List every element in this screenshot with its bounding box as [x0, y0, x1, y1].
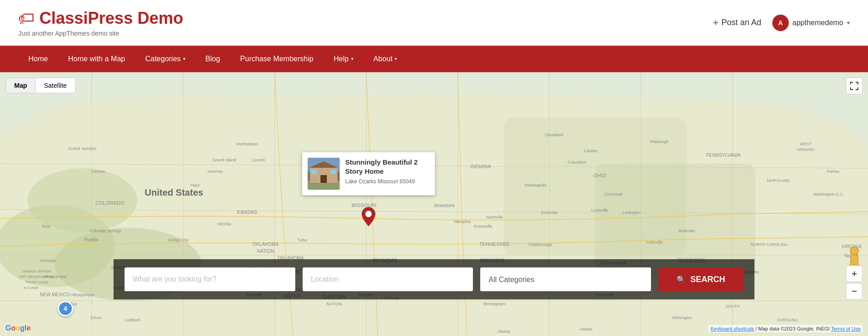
svg-text:Indianapolis: Indianapolis [525, 183, 547, 187]
nav-link-about[interactable]: About ▾ [363, 46, 407, 72]
svg-text:Wichita: Wichita [217, 222, 231, 226]
svg-text:KANSAS: KANSAS [237, 209, 258, 215]
site-logo-icon: 🏷 [18, 9, 35, 28]
cluster-marker[interactable]: 4 [58, 301, 73, 316]
svg-text:OHIO: OHIO [593, 173, 607, 178]
help-chevron-icon: ▾ [351, 46, 353, 72]
svg-text:Atlanta: Atlanta [580, 327, 592, 331]
svg-text:United States: United States [145, 187, 203, 197]
site-branding: 🏷 ClassiPress Demo Just another AppTheme… [18, 9, 183, 37]
svg-text:Lubbock: Lubbock [125, 318, 141, 322]
post-ad-button[interactable]: + Post an Ad [713, 17, 761, 29]
svg-text:Canton: Canton [584, 149, 597, 153]
svg-text:COLORADO: COLORADO [96, 200, 125, 206]
map-info-popup[interactable]: Stunningly Beautiful 2 Story Home Lake O… [302, 152, 435, 195]
nav-item-help: Help ▾ [324, 46, 363, 72]
about-chevron-icon: ▾ [395, 46, 397, 72]
svg-text:Jonesboro: Jonesboro [434, 203, 455, 208]
svg-point-114 [850, 247, 858, 255]
map-data-text: Map data ©2023 Google, INEGI [758, 326, 830, 331]
svg-text:Roanoke: Roanoke [678, 229, 695, 233]
fullscreen-icon [850, 82, 858, 90]
header-right: + Post an Ad A appthemedemo ▾ [713, 15, 850, 31]
svg-text:Clovis: Clovis [91, 315, 102, 320]
svg-text:MARYLAND: MARYLAND [767, 178, 790, 183]
post-ad-label: Post an Ad [722, 18, 761, 27]
svg-text:Dodge City: Dodge City [168, 238, 189, 242]
nav-item-home-map: Home with a Map [58, 46, 136, 72]
nav-item-categories: Categories ▾ [135, 46, 195, 72]
fullscreen-button[interactable] [846, 78, 863, 94]
svg-text:Memphis: Memphis [454, 219, 471, 224]
svg-text:Taos: Taos [41, 224, 50, 229]
site-title: 🏷 ClassiPress Demo [18, 9, 183, 28]
search-location-input[interactable] [303, 267, 473, 291]
svg-text:Kearney: Kearney [207, 169, 223, 174]
svg-text:Columbus: Columbus [568, 160, 586, 165]
terms-of-use-link[interactable]: Terms of Use [831, 326, 861, 331]
nav-item-membership: Purchase Membership [230, 46, 324, 72]
user-avatar: A [772, 15, 789, 31]
popup-property-image [308, 158, 340, 190]
svg-text:Pittsburgh: Pittsburgh [650, 139, 669, 144]
search-category-select[interactable]: All Categories Real Estate Vehicles Jobs… [480, 267, 651, 291]
svg-text:Birmingham: Birmingham [483, 302, 505, 306]
user-name: appthemedemo [792, 19, 843, 27]
nav-item-blog: Blog [195, 46, 230, 72]
search-overlay: All Categories Real Estate Vehicles Jobs… [0, 259, 868, 299]
map-marker-pin[interactable] [362, 207, 375, 228]
svg-text:Colorado Springs: Colorado Springs [89, 229, 121, 233]
nav-link-home-map[interactable]: Home with a Map [58, 46, 136, 72]
svg-text:Grand Island: Grand Island [212, 158, 236, 162]
search-icon: 🔍 [677, 275, 686, 284]
map-container: United States COLORADO Pueblo Denver Gra… [0, 72, 868, 336]
svg-text:Denver: Denver [92, 169, 105, 174]
svg-text:Washington D.C.: Washington D.C. [813, 192, 844, 197]
svg-point-113 [365, 211, 372, 217]
popup-content: Stunningly Beautiful 2 Story Home Lake O… [345, 158, 429, 190]
location-pin-icon [362, 207, 375, 226]
svg-text:Lincoln: Lincoln [252, 158, 266, 162]
chevron-down-icon: ▾ [847, 20, 850, 26]
svg-text:Atlanta: Atlanta [497, 329, 510, 334]
svg-text:NORTH CAROLINA: NORTH CAROLINA [751, 242, 787, 247]
main-navigation: Home Home with a Map Categories ▾ Blog P… [0, 46, 868, 72]
svg-text:Manhattano: Manhattano [236, 142, 258, 146]
user-account-menu[interactable]: A appthemedemo ▾ [772, 15, 850, 31]
nav-link-home[interactable]: Home [18, 46, 58, 72]
popup-title: Stunningly Beautiful 2 Story Home [345, 158, 429, 176]
nav-link-categories[interactable]: Categories ▾ [135, 46, 195, 72]
search-submit-button[interactable]: 🔍 SEARCH [658, 267, 743, 291]
nav-link-membership[interactable]: Purchase Membership [230, 46, 324, 72]
plus-icon: + [713, 17, 719, 29]
svg-text:Nashville: Nashville [486, 215, 503, 219]
categories-chevron-icon: ▾ [183, 46, 185, 72]
svg-rect-110 [320, 175, 327, 183]
site-header: 🏷 ClassiPress Demo Just another AppTheme… [0, 0, 868, 46]
search-keyword-input[interactable] [125, 267, 295, 291]
popup-location: Lake Ozarks Missouri 65049 [345, 178, 429, 185]
nav-link-blog[interactable]: Blog [195, 46, 230, 72]
svg-text:TENNESSEE: TENNESSEE [479, 241, 510, 247]
map-type-map-button[interactable]: Map [6, 78, 35, 93]
map-type-controls: Map Satellite [5, 78, 76, 93]
nav-link-help[interactable]: Help ▾ [324, 46, 363, 72]
svg-text:Pueblo: Pueblo [84, 237, 99, 242]
svg-text:PENNSYLVANIA: PENNSYLVANIA [706, 153, 741, 158]
map-type-satellite-button[interactable]: Satellite [36, 78, 75, 93]
nav-item-about: About ▾ [363, 46, 407, 72]
svg-text:Knoxville: Knoxville [541, 210, 558, 215]
site-tagline: Just another AppThemes demo site [18, 30, 183, 37]
svg-text:NATION: NATION [257, 249, 274, 254]
svg-rect-112 [331, 170, 336, 174]
svg-text:Chattanooga: Chattanooga [528, 242, 552, 247]
keyboard-shortcuts-link[interactable]: Keyboard shortcuts [711, 326, 754, 331]
nav-items-list: Home Home with a Map Categories ▾ Blog P… [18, 46, 407, 72]
google-logo: Google [5, 324, 31, 332]
svg-text:INDIANA: INDIANA [471, 164, 491, 169]
svg-text:Cleveland: Cleveland [545, 133, 563, 137]
svg-text:Cincinnati: Cincinnati [604, 192, 623, 197]
map-attribution-text: Keyboard shortcuts / Map data ©2023 Goog… [709, 325, 863, 332]
svg-text:Hays: Hays [190, 183, 200, 187]
svg-text:Fairfax: Fairfax [827, 169, 840, 174]
